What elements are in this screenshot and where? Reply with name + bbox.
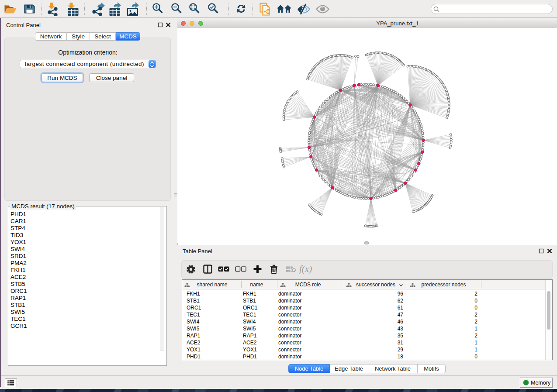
svg-text:Memory: Memory: [531, 380, 551, 386]
